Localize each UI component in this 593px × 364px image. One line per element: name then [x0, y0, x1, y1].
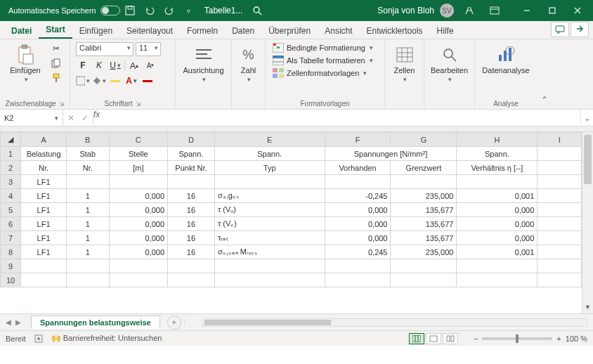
copy-icon[interactable]	[49, 57, 63, 70]
collapse-ribbon-icon[interactable]: ⌃	[537, 39, 552, 109]
formula-bar: K2 ✕ ✓ fx ⌄	[0, 110, 593, 126]
zoom-slider[interactable]	[482, 337, 552, 340]
underline-button[interactable]: U ▾	[108, 59, 122, 72]
row-header[interactable]: 10	[1, 273, 21, 287]
fill-color-icon[interactable]: ▾	[92, 74, 106, 87]
qat-customize-icon[interactable]: ▿	[179, 1, 199, 20]
compatibility-icon[interactable]	[460, 1, 479, 20]
tab-help[interactable]: Hilfe	[430, 23, 461, 39]
dialog-launcher-icon[interactable]: ⇲	[59, 100, 65, 108]
zoom-level[interactable]: 100 %	[566, 334, 587, 343]
svg-rect-7	[549, 8, 555, 13]
font-size-select[interactable]: 11	[136, 42, 161, 56]
ribbon-display-icon[interactable]	[485, 1, 504, 20]
svg-line-38	[451, 56, 456, 61]
document-name: Tabelle1...	[204, 6, 243, 15]
align-icon	[194, 45, 214, 65]
zoom-control[interactable]: − + 100 %	[474, 334, 587, 343]
user-area: Sonja von Bloh SV	[377, 1, 590, 20]
horizontal-scrollbar[interactable]	[202, 318, 587, 327]
cancel-formula-icon[interactable]: ✕	[67, 113, 74, 123]
name-box[interactable]: K2	[0, 110, 63, 126]
undo-icon[interactable]	[140, 1, 159, 20]
font-name-select[interactable]: Calibri	[76, 42, 133, 56]
alignment-button[interactable]: Ausrichtung▾	[184, 42, 223, 86]
cells-button[interactable]: Zellen▾	[391, 42, 418, 86]
data-analysis-button[interactable]: Datenanalyse	[481, 42, 531, 77]
autosave-toggle[interactable]: Automatisches Speichern	[8, 6, 120, 15]
close-button[interactable]	[565, 1, 590, 20]
avatar[interactable]: SV	[440, 4, 454, 18]
italic-button[interactable]: K	[92, 59, 106, 72]
minimize-button[interactable]	[514, 1, 540, 20]
shrink-font-icon[interactable]: A▾	[143, 59, 157, 72]
page-break-view-button[interactable]	[443, 333, 458, 344]
row-header[interactable]: 7	[1, 231, 21, 245]
scroll-down-icon[interactable]: ▼	[582, 304, 593, 313]
zoom-out-icon[interactable]: −	[474, 334, 478, 343]
svg-rect-15	[54, 59, 60, 66]
tab-start[interactable]: Start	[39, 22, 72, 39]
macro-record-icon[interactable]	[34, 334, 43, 343]
tab-dev[interactable]: Entwicklertools	[360, 23, 430, 39]
enter-formula-icon[interactable]: ✓	[82, 113, 89, 123]
normal-view-button[interactable]	[409, 333, 424, 344]
select-all-button[interactable]: ◢	[1, 133, 21, 147]
cell-grid[interactable]: ◢ ABCDEFGHI 1 BelastungStabStelleSpann.S…	[0, 132, 582, 287]
accessibility-status[interactable]: 🙌 Barrierefreiheit: Untersuchen	[51, 334, 162, 343]
scrollbar-thumb[interactable]	[584, 135, 592, 184]
sheet-nav-prev-icon[interactable]: ◀	[6, 318, 11, 326]
svg-line-3	[259, 12, 261, 15]
row-header[interactable]: 2	[1, 161, 21, 175]
bold-button[interactable]: F	[76, 59, 90, 72]
page-layout-view-button[interactable]	[426, 333, 441, 344]
row-header[interactable]: 4	[1, 189, 21, 203]
tab-review[interactable]: Überprüfen	[261, 23, 318, 39]
tab-file[interactable]: Datei	[4, 23, 39, 39]
fx-icon[interactable]: fx	[93, 110, 105, 126]
save-icon[interactable]	[120, 1, 140, 20]
new-sheet-button[interactable]: +	[167, 316, 181, 330]
svg-rect-1	[128, 6, 132, 9]
ribbon: Einfügen▾ ✂ Zwischenablage⇲ Calibri 11 F…	[0, 39, 593, 110]
tab-view[interactable]: Ansicht	[318, 23, 359, 39]
tab-layout[interactable]: Seitenlayout	[119, 23, 180, 39]
scrollbar-thumb[interactable]	[204, 320, 331, 325]
row-header[interactable]: 6	[1, 217, 21, 231]
cell-styles[interactable]: Zellenformatvorlagen▾	[271, 67, 374, 79]
row-header[interactable]: 9	[1, 259, 21, 273]
maximize-button[interactable]	[540, 1, 565, 20]
format-as-table[interactable]: Als Tabelle formatieren▾	[271, 55, 374, 66]
share-button[interactable]	[571, 22, 589, 37]
paste-button[interactable]: Einfügen▾	[6, 42, 45, 86]
align-label: Ausrichtung	[183, 66, 223, 74]
row-header[interactable]: 3	[1, 175, 21, 189]
vertical-scrollbar[interactable]: ▲ ▼	[582, 132, 593, 313]
tab-formulas[interactable]: Formeln	[180, 23, 225, 39]
font-color-icon[interactable]: A▾	[124, 74, 138, 87]
tab-data[interactable]: Daten	[225, 23, 261, 39]
row-header[interactable]: 1	[1, 147, 21, 161]
dialog-launcher-icon[interactable]: ⇲	[136, 100, 141, 108]
format-painter-icon[interactable]	[49, 72, 63, 84]
zoom-in-icon[interactable]: +	[556, 334, 561, 343]
sheet-nav-next-icon[interactable]: ▶	[15, 318, 21, 326]
row-header[interactable]: 8	[1, 245, 21, 259]
tab-insert[interactable]: Einfügen	[72, 23, 119, 39]
grow-font-icon[interactable]: A▴	[127, 59, 141, 72]
number-button[interactable]: % Zahl▾	[237, 42, 260, 86]
row-header[interactable]: 5	[1, 203, 21, 217]
column-headers[interactable]: ◢ ABCDEFGHI	[1, 133, 582, 147]
redo-icon[interactable]	[159, 1, 179, 20]
formula-input[interactable]	[105, 110, 580, 126]
toggle-off-icon[interactable]	[100, 6, 120, 15]
cut-icon[interactable]: ✂	[49, 42, 63, 55]
search-icon[interactable]	[252, 6, 262, 15]
titlebar: Automatisches Speichern ▿ Tabelle1... So…	[0, 0, 593, 21]
expand-formula-bar-icon[interactable]: ⌄	[580, 110, 593, 126]
borders-icon[interactable]: ▾	[76, 74, 90, 87]
comments-button[interactable]	[551, 22, 569, 37]
editing-button[interactable]: Bearbeiten▾	[429, 42, 469, 86]
sheet-tab-active[interactable]: Spannungen belastungsweise	[31, 316, 160, 329]
conditional-formatting[interactable]: Bedingte Formatierung▾	[271, 42, 374, 53]
